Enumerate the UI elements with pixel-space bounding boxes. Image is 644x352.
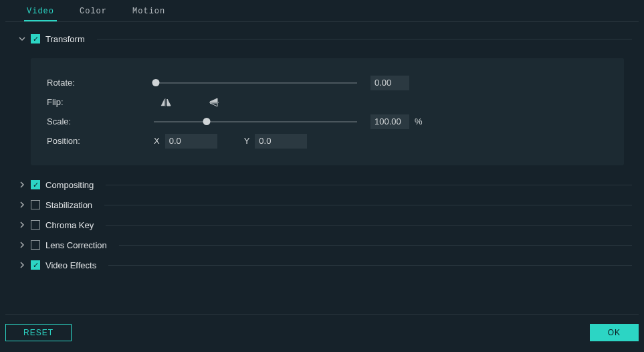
position-y-input[interactable] — [255, 134, 307, 149]
section-title-compositing: Compositing — [45, 180, 94, 190]
chevron-right-icon[interactable] — [19, 222, 25, 228]
y-label: Y — [244, 136, 250, 146]
divider — [97, 39, 632, 39]
tab-video[interactable]: Video — [24, 3, 57, 21]
rotate-label: Rotate: — [47, 78, 154, 88]
rotate-slider[interactable] — [154, 76, 357, 90]
section-head-lenscorrection: Lens Correction — [5, 235, 639, 255]
ok-button[interactable]: OK — [590, 324, 639, 341]
chevron-right-icon[interactable] — [19, 262, 25, 268]
divider — [104, 205, 632, 205]
chevron-right-icon[interactable] — [19, 242, 25, 248]
chevron-right-icon[interactable] — [19, 201, 25, 208]
section-title-stabilization: Stabilization — [45, 200, 92, 210]
flip-label: Flip: — [47, 97, 154, 107]
position-label: Position: — [47, 136, 154, 146]
checkbox-stabilization[interactable] — [31, 200, 40, 209]
tab-bar: Video Color Motion — [5, 0, 639, 22]
section-title-chromakey: Chroma Key — [45, 220, 94, 230]
position-x-input[interactable] — [165, 134, 217, 149]
scale-value-input[interactable] — [370, 114, 409, 129]
scale-slider[interactable] — [154, 115, 357, 128]
bottom-bar: RESET OK — [5, 314, 639, 344]
flip-horizontal-icon[interactable] — [160, 98, 171, 107]
section-head-compositing: ✓ Compositing — [5, 175, 639, 195]
checkbox-chromakey[interactable] — [31, 220, 40, 230]
section-title-lenscorrection: Lens Correction — [45, 240, 107, 250]
flip-vertical-icon[interactable] — [209, 98, 219, 107]
checkbox-videoeffects[interactable]: ✓ — [31, 260, 40, 270]
section-head-stabilization: Stabilization — [5, 195, 639, 215]
divider — [108, 265, 632, 266]
checkbox-transform[interactable]: ✓ — [31, 34, 40, 43]
checkbox-compositing[interactable]: ✓ — [31, 180, 40, 189]
transform-panel: Rotate: Flip: Scale: — [31, 58, 624, 165]
tab-color[interactable]: Color — [77, 3, 110, 21]
sections-list: ✓ Transform Rotate: Flip: — [5, 22, 639, 275]
section-head-videoeffects: ✓ Video Effects — [5, 255, 639, 275]
section-title-videoeffects: Video Effects — [45, 260, 96, 270]
section-title-transform: Transform — [45, 34, 85, 44]
reset-button[interactable]: RESET — [5, 324, 72, 341]
scale-slider-thumb[interactable] — [203, 118, 211, 125]
section-head-chromakey: Chroma Key — [5, 215, 639, 235]
chevron-down-icon[interactable] — [19, 35, 25, 42]
tab-motion[interactable]: Motion — [130, 3, 168, 21]
rotate-value-input[interactable] — [370, 76, 409, 90]
x-label: X — [154, 136, 160, 146]
chevron-right-icon[interactable] — [19, 181, 25, 188]
divider — [119, 245, 632, 246]
divider — [106, 185, 632, 185]
scale-label: Scale: — [47, 116, 154, 126]
section-head-transform: ✓ Transform — [5, 29, 639, 49]
rotate-slider-thumb[interactable] — [152, 79, 160, 86]
checkbox-lenscorrection[interactable] — [31, 240, 40, 250]
divider — [106, 225, 632, 226]
scale-unit: % — [415, 116, 423, 126]
